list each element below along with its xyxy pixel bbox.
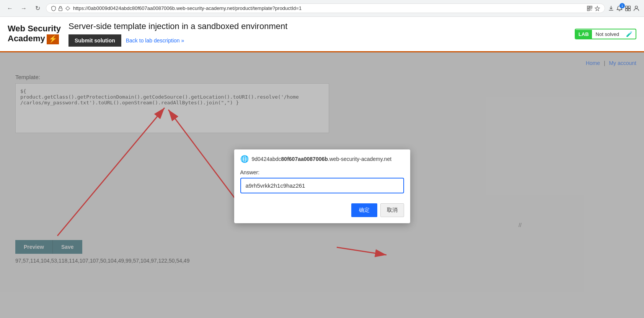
modal-footer: 确定 取消 [234,200,410,223]
star-icon[interactable] [595,6,600,11]
lock-icon [58,6,63,11]
tracking-icon [65,6,71,11]
browser-chrome: ← → ↻ 1 [0,0,644,17]
flask-icon: 🧪 [623,29,636,39]
shield-icon [51,6,56,11]
svg-rect-5 [588,6,589,7]
profile-icon[interactable] [633,5,639,11]
modal-title-bar: 🌐 9d0424abdc80f607aa0087006b.web-securit… [234,149,410,166]
lab-badge: LAB [576,30,592,39]
svg-rect-8 [590,8,591,9]
modal-body: Answer: [234,166,410,200]
forward-button[interactable]: → [18,3,29,14]
svg-rect-12 [626,6,628,8]
modal-ok-button[interactable]: 确定 [351,203,377,217]
qr-icon [587,6,592,11]
back-button[interactable]: ← [5,3,15,14]
svg-rect-13 [628,6,631,8]
browser-actions: 1 [608,5,639,11]
main-content: Home | My account Template: ${ product.g… [0,52,644,318]
lab-not-solved: Not solved [592,30,623,39]
lab-status: LAB Not solved 🧪 [575,29,636,39]
logo-icon: ⚡ [47,34,59,44]
lab-header: Web Security Academy⚡ Server-side templa… [0,17,644,52]
address-bar-container [46,3,605,13]
svg-rect-9 [591,8,592,9]
refresh-button[interactable]: ↻ [32,3,43,14]
svg-point-16 [635,6,637,8]
security-icons [51,6,71,11]
logo: Web Security Academy⚡ [8,24,61,44]
url-input[interactable] [73,5,585,11]
lab-actions: Submit solution Back to lab description … [68,34,567,47]
extensions-icon[interactable] [625,5,631,11]
modal-answer-label: Answer: [240,169,404,175]
svg-rect-10 [590,9,590,11]
back-to-lab-link[interactable]: Back to lab description » [126,37,184,44]
svg-rect-14 [626,8,628,11]
download-icon[interactable] [608,5,614,11]
submit-solution-button[interactable]: Submit solution [68,34,121,47]
modal-domain: 9d0424abdc80f607aa0087006b.web-security-… [252,156,392,162]
modal-dialog: 🌐 9d0424abdc80f607aa0087006b.web-securit… [234,149,410,223]
svg-rect-15 [628,8,631,11]
svg-rect-6 [591,6,592,7]
svg-rect-11 [591,10,592,10]
lab-title: Server-side template injection in a sand… [68,21,567,31]
notification-icon[interactable]: 1 [616,5,623,11]
modal-cancel-button[interactable]: 取消 [380,203,404,217]
modal-overlay: 🌐 9d0424abdc80f607aa0087006b.web-securit… [0,52,644,318]
svg-point-1 [66,7,69,10]
globe-icon: 🌐 [240,155,249,163]
svg-rect-0 [59,8,62,11]
svg-rect-7 [588,9,589,10]
modal-answer-input[interactable] [240,178,404,193]
lab-title-area: Server-side template injection in a sand… [68,21,567,47]
logo-text: Web Security Academy⚡ [8,24,61,44]
